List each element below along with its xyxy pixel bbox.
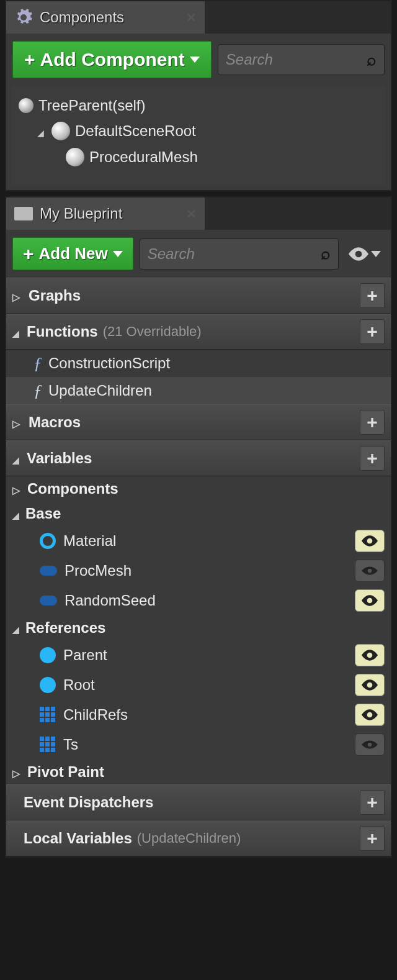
blueprint-tab[interactable]: My Blueprint × [6,197,205,230]
var-label: Parent [63,647,107,664]
vargroup-components[interactable]: Components [6,476,391,501]
plus-icon: + [23,248,34,260]
blueprint-search[interactable]: ⌕ [140,238,339,270]
var-root[interactable]: Root [6,670,391,700]
components-search[interactable]: ⌕ [218,44,385,75]
tree-item-label: ProceduralMesh [89,148,198,166]
var-type-icon [40,707,56,723]
function-label: ConstructionScript [48,355,170,372]
chevron-down-icon [113,251,123,257]
add-macro-button[interactable]: + [360,410,385,435]
add-localvar-button[interactable]: + [360,826,385,851]
vargroup-label: Base [25,505,61,522]
section-dispatchers[interactable]: Event Dispatchers + [6,784,391,820]
add-component-label: Add Component [40,49,185,70]
var-procmesh[interactable]: ProcMesh [6,556,391,586]
section-graphs[interactable]: Graphs + [6,278,391,314]
var-label: Root [63,676,95,694]
visibility-toggle[interactable] [355,704,385,726]
tree-item-label: TreeParent(self) [38,97,146,114]
section-label: Variables [27,450,92,467]
blueprint-panel: My Blueprint × + Add New ⌕ Graphs + Func… [5,196,392,858]
section-label: Graphs [29,287,81,304]
close-icon[interactable]: × [187,8,196,27]
expand-icon[interactable] [12,287,24,304]
section-label: Local Variables [24,830,132,847]
var-label: ChildRefs [63,706,128,724]
add-function-button[interactable]: + [360,319,385,344]
visibility-toggle[interactable] [355,530,385,552]
close-icon[interactable]: × [187,204,196,224]
var-parent[interactable]: Parent [6,640,391,670]
add-dispatcher-button[interactable]: + [360,790,385,815]
var-material[interactable]: Material [6,526,391,556]
var-label: Material [63,532,116,550]
components-panel: Components × + Add Component ⌕ TreeParen… [5,0,392,191]
add-new-button[interactable]: + Add New [12,237,133,270]
add-new-label: Add New [39,244,108,263]
expand-icon[interactable] [12,619,22,637]
visibility-toggle[interactable] [355,560,385,582]
var-childrefs[interactable]: ChildRefs [6,700,391,730]
scene-icon [66,148,84,166]
vargroup-label: Components [27,480,118,497]
search-input[interactable] [226,51,367,68]
search-icon: ⌕ [367,50,377,70]
visibility-toggle[interactable] [355,733,385,756]
visibility-toggle[interactable] [355,589,385,612]
vargroup-label: Pivot Paint [27,763,104,781]
add-component-button[interactable]: + Add Component [12,41,212,78]
actor-icon [19,98,33,113]
expand-icon[interactable] [12,480,24,497]
blueprint-tab-bar: My Blueprint × [6,197,391,230]
var-randomseed[interactable]: RandomSeed [6,586,391,615]
var-label: Ts [63,736,78,753]
expand-icon[interactable] [12,763,24,781]
section-variables[interactable]: Variables + [6,440,391,476]
var-type-icon [40,596,57,606]
expand-icon[interactable] [37,122,47,140]
vargroup-label: References [25,619,105,637]
expand-icon[interactable] [12,323,22,340]
visibility-toggle[interactable] [355,644,385,666]
components-tab-title: Components [40,9,124,26]
expand-icon[interactable] [12,505,22,522]
section-localvars[interactable]: Local Variables (UpdateChildren) + [6,820,391,856]
section-functions[interactable]: Functions (21 Overridable) + [6,314,391,350]
blueprint-tab-title: My Blueprint [40,205,122,222]
var-ts[interactable]: Ts [6,730,391,760]
tree-item-label: DefaultSceneRoot [75,122,196,140]
plus-icon: + [24,53,35,66]
function-label: UpdateChildren [48,382,152,399]
section-label: Event Dispatchers [24,794,153,811]
chevron-down-icon [371,251,381,257]
expand-icon[interactable] [12,450,22,467]
section-meta: (21 Overridable) [103,324,202,340]
var-type-icon [40,566,57,576]
vargroup-references[interactable]: References [6,615,391,640]
section-label: Macros [29,414,81,431]
section-label: Functions [27,323,98,340]
book-icon [14,204,33,224]
vargroup-pivotpaint[interactable]: Pivot Paint [6,760,391,784]
visibility-toggle[interactable] [355,674,385,696]
var-type-icon [40,647,56,663]
function-constructionscript[interactable]: ƒ ConstructionScript [6,350,391,377]
tree-item-sceneroot[interactable]: DefaultSceneRoot [16,118,381,144]
expand-icon[interactable] [12,414,24,431]
components-tab[interactable]: Components × [6,1,205,34]
tree-item-self[interactable]: TreeParent(self) [16,93,381,118]
add-graph-button[interactable]: + [360,283,385,308]
add-variable-button[interactable]: + [360,446,385,471]
function-icon: ƒ [33,353,42,373]
function-updatechildren[interactable]: ƒ UpdateChildren [6,377,391,404]
vargroup-base[interactable]: Base [6,501,391,526]
visibility-filter-button[interactable] [345,247,385,261]
eye-icon [349,247,368,261]
search-input[interactable] [148,245,321,263]
function-icon: ƒ [33,381,42,401]
section-macros[interactable]: Macros + [6,404,391,440]
tree-item-procmesh[interactable]: ProceduralMesh [16,144,381,170]
scene-icon [51,122,70,140]
blueprint-toolbar: + Add New ⌕ [6,230,391,278]
